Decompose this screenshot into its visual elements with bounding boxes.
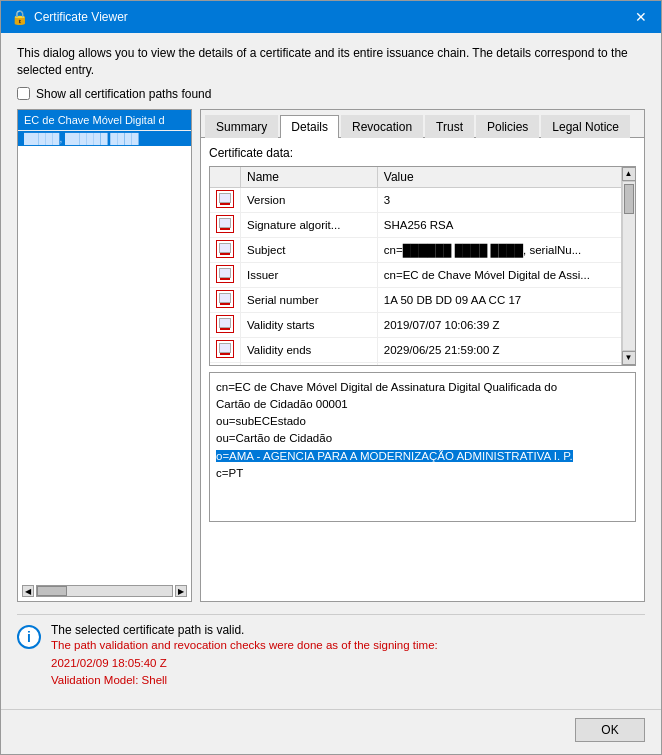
tab-trust[interactable]: Trust xyxy=(425,115,474,138)
cert-row-value: cn=██████ ████ ████, serialNu... xyxy=(377,237,634,262)
cert-row-name: Serial number xyxy=(241,287,378,312)
left-panel-spacer xyxy=(18,146,191,582)
show-all-paths-checkbox[interactable] xyxy=(17,87,30,100)
scroll-track-vertical xyxy=(622,181,636,351)
status-content: The selected certificate path is valid. … xyxy=(51,623,438,689)
info-icon: i xyxy=(17,625,41,649)
detail-line4: ou=Cartão de Cidadão xyxy=(216,432,332,444)
close-button[interactable]: ✕ xyxy=(631,7,651,27)
tabs-bar: Summary Details Revocation Trust Policie… xyxy=(201,110,644,138)
cert-row-name: Issuer xyxy=(241,262,378,287)
cert-row-icon xyxy=(210,212,241,237)
col-name-header: Name xyxy=(241,167,378,188)
show-all-paths-label: Show all certification paths found xyxy=(36,87,211,101)
ok-button[interactable]: OK xyxy=(575,718,645,742)
table-scrollbar: ▲ ▼ xyxy=(621,167,635,365)
title-bar-title: 🔒 Certificate Viewer xyxy=(11,9,128,25)
tab-content-details: Certificate data: Name Value xyxy=(201,138,644,602)
scroll-track xyxy=(36,585,173,597)
table-row[interactable]: Serial number1A 50 DB DD 09 AA CC 17 xyxy=(210,287,635,312)
table-row[interactable]: Subjectcn=██████ ████ ████, serialNu... xyxy=(210,237,635,262)
cert-row-value: Non-Repudiation xyxy=(377,362,634,366)
cert-row-name: Subject xyxy=(241,237,378,262)
cert-tree-subitem: █████, ██████ ████ xyxy=(18,131,191,146)
scroll-up-button[interactable]: ▲ xyxy=(622,167,636,181)
detail-line6: c=PT xyxy=(216,467,243,479)
cert-subtext: █████, ██████ ████ xyxy=(24,133,139,144)
scroll-right-arrow[interactable]: ▶ xyxy=(175,585,187,597)
cert-row-value: 2029/06/25 21:59:00 Z xyxy=(377,337,634,362)
dialog-footer: OK xyxy=(1,709,661,754)
detail-line1: cn=EC de Chave Móvel Digital de Assinatu… xyxy=(216,381,557,393)
status-section: i The selected certificate path is valid… xyxy=(17,614,645,697)
detail-line3: ou=subECEstado xyxy=(216,415,306,427)
dialog-icon: 🔒 xyxy=(11,9,28,25)
table-row[interactable]: ...Non-Repudiation xyxy=(210,362,635,366)
left-panel-scrollbar: ◀ ▶ xyxy=(18,581,191,601)
table-row[interactable]: Validity starts2019/07/07 10:06:39 Z xyxy=(210,312,635,337)
cert-row-name: ... xyxy=(241,362,378,366)
cert-row-icon xyxy=(210,287,241,312)
table-row[interactable]: Validity ends2029/06/25 21:59:00 Z xyxy=(210,337,635,362)
dialog-title: Certificate Viewer xyxy=(34,10,128,24)
cert-row-icon xyxy=(210,237,241,262)
show-all-paths-row: Show all certification paths found xyxy=(17,87,645,101)
right-panel: Summary Details Revocation Trust Policie… xyxy=(200,109,645,603)
cert-row-icon xyxy=(210,337,241,362)
cert-row-value: 3 xyxy=(377,187,634,212)
tab-legal-notice[interactable]: Legal Notice xyxy=(541,115,630,138)
col-icon-header xyxy=(210,167,241,188)
scroll-left-arrow[interactable]: ◀ xyxy=(22,585,34,597)
cert-row-name: Version xyxy=(241,187,378,212)
title-bar: 🔒 Certificate Viewer ✕ xyxy=(1,1,661,33)
tab-policies[interactable]: Policies xyxy=(476,115,539,138)
col-value-header: Value xyxy=(377,167,634,188)
left-panel: EC de Chave Móvel Digital d █████, █████… xyxy=(17,109,192,603)
cert-data-label: Certificate data: xyxy=(209,146,636,160)
certificate-viewer-dialog: 🔒 Certificate Viewer ✕ This dialog allow… xyxy=(0,0,662,755)
main-content: EC de Chave Móvel Digital d █████, █████… xyxy=(17,109,645,603)
cert-row-value: 2019/07/07 10:06:39 Z xyxy=(377,312,634,337)
tab-summary[interactable]: Summary xyxy=(205,115,278,138)
scroll-down-button[interactable]: ▼ xyxy=(622,351,636,365)
cert-row-icon xyxy=(210,362,241,366)
table-row[interactable]: Issuercn=EC de Chave Móvel Digital de As… xyxy=(210,262,635,287)
cert-row-value: SHA256 RSA xyxy=(377,212,634,237)
dialog-body: This dialog allows you to view the detai… xyxy=(1,33,661,709)
detail-line2: Cartão de Cidadão 00001 xyxy=(216,398,348,410)
scroll-thumb-vertical xyxy=(624,184,634,214)
status-valid-text: The selected certificate path is valid. xyxy=(51,623,438,637)
cert-row-value: cn=EC de Chave Móvel Digital de Assi... xyxy=(377,262,634,287)
cert-row-name: Signature algorit... xyxy=(241,212,378,237)
cert-table-container: Name Value Version3 Signature algorit...… xyxy=(209,166,636,366)
cert-row-name: Validity ends xyxy=(241,337,378,362)
cert-tree-item[interactable]: EC de Chave Móvel Digital d xyxy=(18,110,191,131)
description-text: This dialog allows you to view the detai… xyxy=(17,45,645,79)
cert-row-name: Validity starts xyxy=(241,312,378,337)
cert-table: Name Value Version3 Signature algorit...… xyxy=(210,167,635,366)
cert-row-icon xyxy=(210,187,241,212)
table-row[interactable]: Signature algorit...SHA256 RSA xyxy=(210,212,635,237)
scroll-thumb xyxy=(37,586,67,596)
tab-details[interactable]: Details xyxy=(280,115,339,138)
cert-row-icon xyxy=(210,312,241,337)
table-row[interactable]: Version3 xyxy=(210,187,635,212)
tab-revocation[interactable]: Revocation xyxy=(341,115,423,138)
detail-text-area: cn=EC de Chave Móvel Digital de Assinatu… xyxy=(209,372,636,522)
cert-row-value: 1A 50 DB DD 09 AA CC 17 xyxy=(377,287,634,312)
status-detail-text: The path validation and revocation check… xyxy=(51,637,438,689)
cert-row-icon xyxy=(210,262,241,287)
detail-line5-highlighted: o=AMA - AGENCIA PARA A MODERNIZAÇÃO ADMI… xyxy=(216,450,573,462)
